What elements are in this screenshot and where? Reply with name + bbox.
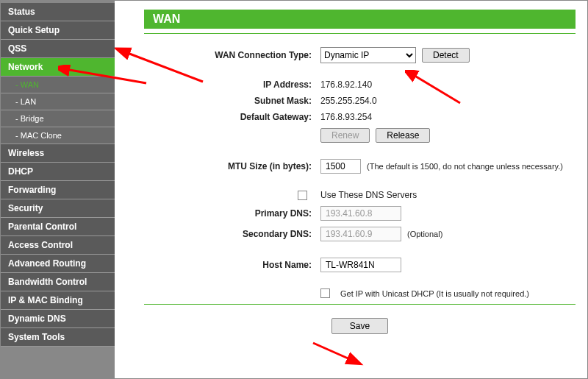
mtu-input[interactable]: [320, 159, 361, 174]
mtu-note: (The default is 1500, do not change unle…: [367, 162, 563, 171]
nav-item-advanced-routing[interactable]: Advanced Routing: [1, 255, 115, 273]
nav-item-wireless[interactable]: Wireless: [1, 144, 115, 163]
nav-item-security[interactable]: Security: [1, 199, 115, 218]
subnet-mask-label: Subnet Mask:: [144, 96, 320, 106]
default-gateway-label: Default Gateway:: [144, 112, 320, 122]
default-gateway-value: 176.8.93.254: [320, 112, 372, 122]
detect-button[interactable]: Detect: [422, 48, 470, 63]
release-button[interactable]: Release: [376, 128, 430, 143]
nav-item-forwarding[interactable]: Forwarding: [1, 181, 115, 199]
nav-item--mac-clone[interactable]: - MAC Clone: [1, 127, 115, 144]
host-name-input[interactable]: [320, 258, 401, 272]
nav-item-system-tools[interactable]: System Tools: [1, 328, 115, 347]
host-name-label: Host Name:: [144, 260, 320, 270]
nav-item-dynamic-dns[interactable]: Dynamic DNS: [1, 310, 115, 328]
secondary-dns-label: Secondary DNS:: [144, 229, 320, 239]
use-dns-checkbox[interactable]: [298, 191, 307, 200]
nav-item-qss[interactable]: QSS: [1, 40, 115, 58]
optional-note: (Optional): [407, 230, 442, 238]
nav-item-status[interactable]: Status: [1, 3, 115, 21]
renew-button[interactable]: Renew: [320, 128, 370, 143]
primary-dns-input[interactable]: [320, 206, 401, 221]
nav-item--lan[interactable]: - LAN: [1, 93, 115, 110]
use-dns-label: Use These DNS Servers: [320, 190, 417, 200]
nav-item-access-control[interactable]: Access Control: [1, 236, 115, 255]
unicast-checkbox[interactable]: [320, 288, 330, 298]
wan-conn-type-select[interactable]: Dynamic IP: [320, 47, 416, 63]
ip-address-value: 176.8.92.140: [320, 79, 372, 90]
divider: [144, 304, 576, 305]
wan-conn-type-label: WAN Connection Type:: [144, 50, 320, 60]
nav-item-dhcp[interactable]: DHCP: [1, 163, 115, 181]
nav-item-ip-mac-binding[interactable]: IP & MAC Binding: [1, 291, 115, 310]
nav-item-parental-control[interactable]: Parental Control: [1, 218, 115, 236]
save-button[interactable]: Save: [331, 318, 388, 334]
page-title: WAN: [144, 10, 576, 29]
sidebar: StatusQuick SetupQSSNetwork- WAN- LAN- B…: [1, 1, 115, 378]
mtu-label: MTU Size (in bytes):: [144, 161, 320, 171]
unicast-label: Get IP with Unicast DHCP (It is usually …: [340, 289, 529, 298]
secondary-dns-input[interactable]: [320, 227, 401, 241]
nav-item--wan[interactable]: - WAN: [1, 77, 115, 93]
primary-dns-label: Primary DNS:: [144, 208, 320, 219]
ip-address-label: IP Address:: [144, 79, 320, 90]
nav-item-network[interactable]: Network: [1, 58, 115, 77]
nav-item-quick-setup[interactable]: Quick Setup: [1, 21, 115, 40]
nav-item-bandwidth-control[interactable]: Bandwidth Control: [1, 273, 115, 291]
content-area: WAN WAN Connection Type: Dynamic IP Dete…: [115, 1, 587, 378]
nav-item--bridge[interactable]: - Bridge: [1, 110, 115, 127]
subnet-mask-value: 255.255.254.0: [320, 96, 377, 106]
divider: [144, 33, 576, 34]
